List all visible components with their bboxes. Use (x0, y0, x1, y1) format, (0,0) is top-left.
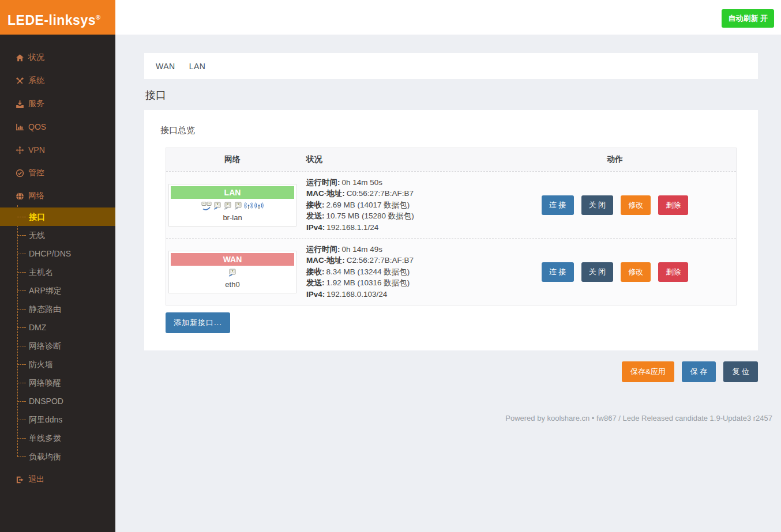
rx-label: 接收: (306, 267, 325, 276)
tx-label: 发送: (306, 278, 325, 287)
table-row-wan: WAN eth0 运行时间:0h 14m 49s MAC-地址:C2:56:27… (166, 238, 736, 305)
sidebar-item-logout[interactable]: 退出 (0, 468, 115, 491)
sidebar-item-label: QOS (28, 122, 46, 131)
wifi-icon (244, 201, 253, 210)
uptime-value: 0h 14m 49s (342, 245, 383, 254)
sidebar-item-control[interactable]: 管控 (0, 161, 115, 184)
sidebar-item-status[interactable]: 状况 (0, 46, 115, 69)
interface-table: 网络 状况 动作 LAN (166, 148, 737, 305)
page-title: 接口 (145, 88, 758, 102)
sidebar-item-services[interactable]: 服务 (0, 92, 115, 115)
panel-title: 接口总览 (160, 125, 737, 136)
device-name: br-lan (171, 212, 294, 224)
header-network: 网络 (166, 154, 299, 165)
save-button[interactable]: 保 存 (682, 361, 716, 382)
save-apply-button[interactable]: 保存&应用 (622, 361, 674, 382)
bar-chart-icon (16, 123, 27, 131)
sidebar-item-interfaces[interactable]: 接口 (0, 207, 115, 226)
main-content: WAN LAN 接口 接口总览 网络 状况 动作 LAN (115, 35, 781, 532)
sidebar-item-wireless[interactable]: 无线 (0, 226, 115, 244)
sidebar-item-label: 服务 (28, 99, 44, 109)
network-box-lan: LAN br-lan (168, 184, 296, 227)
delete-button[interactable]: 删除 (658, 195, 688, 215)
edit-button[interactable]: 修改 (621, 195, 651, 215)
rx-line: 接收:8.34 MB (13244 数据包) (306, 266, 494, 277)
circle-check-icon (16, 169, 27, 178)
status-cell: 运行时间:0h 14m 49s MAC-地址:C2:56:27:7B:AF:B7… (299, 239, 494, 305)
sidebar-item-firewall[interactable]: 防火墙 (0, 355, 115, 373)
sidebar-item-qos[interactable]: QOS (0, 115, 115, 138)
rx-label: 接收: (306, 201, 325, 209)
sidebar-item-label: 管控 (28, 168, 44, 178)
sidebar-item-label: 状况 (28, 52, 44, 63)
sidebar-item-dnspod[interactable]: DNSPOD (0, 392, 115, 410)
mac-label: MAC-地址: (306, 189, 345, 198)
sidebar-item-multiwan-dial[interactable]: 单线多拨 (0, 429, 115, 447)
shutdown-button[interactable]: 关 闭 (581, 262, 614, 282)
sidebar-item-label: 退出 (28, 474, 44, 485)
actions-cell: 连 接 关 闭 修改 删除 (494, 239, 736, 305)
wan-badge: WAN (171, 253, 294, 266)
home-icon (16, 54, 27, 62)
arrows-icon (16, 146, 27, 154)
connect-button[interactable]: 连 接 (542, 262, 574, 282)
tab-wan[interactable]: WAN (156, 62, 175, 71)
sidebar-item-label: 网络 (28, 191, 44, 201)
tab-lan[interactable]: LAN (189, 62, 206, 71)
header-actions: 动作 (494, 154, 736, 165)
sidebar-item-diagnostics[interactable]: 网络诊断 (0, 337, 115, 355)
ipv4-line: IPv4:192.168.1.1/24 (306, 222, 494, 233)
ethernet-icon (228, 268, 237, 277)
ipv4-label: IPv4: (306, 223, 325, 232)
ethernet-icon (234, 201, 243, 210)
interface-tabs: WAN LAN (144, 53, 758, 79)
sidebar-item-dhcp-dns[interactable]: DHCP/DNS (0, 244, 115, 263)
sidebar-item-vpn[interactable]: VPN (0, 138, 115, 161)
sidebar-item-arp-binding[interactable]: ARP绑定 (0, 281, 115, 300)
delete-button[interactable]: 删除 (658, 262, 688, 282)
mac-value: C0:56:27:7B:AF:B7 (347, 189, 414, 198)
auto-refresh-toggle[interactable]: 自动刷新 开 (722, 9, 774, 28)
tx-label: 发送: (306, 212, 325, 220)
top-bar: 自动刷新 开 (115, 0, 781, 35)
logout-icon (16, 476, 27, 484)
sidebar: LEDE-linksys® 状况 系统 服务 QOS (0, 0, 115, 532)
sidebar-item-wol[interactable]: 网络唤醒 (0, 373, 115, 392)
rx-value: 8.34 MB (13244 数据包) (326, 267, 410, 276)
tx-line: 发送:10.75 MB (15280 数据包) (306, 210, 494, 221)
sidebar-item-hostnames[interactable]: 主机名 (0, 263, 115, 281)
sidebar-item-network[interactable]: 网络 (0, 184, 115, 207)
lan-badge: LAN (171, 186, 294, 199)
shutdown-button[interactable]: 关 闭 (581, 195, 614, 215)
network-submenu: 接口 无线 DHCP/DNS 主机名 ARP绑定 静态路由 DMZ 网络诊断 防… (0, 207, 115, 466)
tx-value: 10.75 MB (15280 数据包) (326, 212, 414, 220)
add-interface-button[interactable]: 添加新接口... (166, 312, 230, 333)
ipv4-value: 192.168.1.1/24 (326, 223, 378, 232)
sidebar-item-dmz[interactable]: DMZ (0, 318, 115, 337)
ethernet-icon (223, 201, 232, 210)
network-cell: WAN eth0 (166, 239, 299, 305)
reset-button[interactable]: 复 位 (723, 361, 758, 382)
table-row-lan: LAN br-lan 运行时间:0h 14m 50s (166, 171, 736, 238)
wifi-icon (254, 201, 264, 210)
sidebar-item-static-routes[interactable]: 静态路由 (0, 300, 115, 318)
uptime-value: 0h 14m 50s (342, 178, 383, 187)
brand-logo: LEDE-linksys® (0, 0, 115, 35)
connect-button[interactable]: 连 接 (542, 195, 574, 215)
ethernet-icon (213, 201, 222, 210)
mac-label: MAC-地址: (306, 256, 345, 265)
network-cell: LAN br-lan (166, 172, 299, 238)
sidebar-item-load-balance[interactable]: 负载均衡 (0, 447, 115, 466)
sidebar-item-system[interactable]: 系统 (0, 69, 115, 92)
edit-button[interactable]: 修改 (621, 262, 651, 282)
sidebar-item-label: VPN (28, 145, 45, 154)
uptime-label: 运行时间: (306, 178, 340, 187)
ipv4-label: IPv4: (306, 290, 325, 299)
tx-line: 发送:1.92 MB (10316 数据包) (306, 277, 494, 288)
sidebar-item-label: 系统 (28, 76, 44, 86)
sidebar-item-aliddns[interactable]: 阿里ddns (0, 410, 115, 429)
bridge-icon (201, 201, 212, 210)
actions-cell: 连 接 关 闭 修改 删除 (494, 172, 736, 238)
mac-line: MAC-地址:C0:56:27:7B:AF:B7 (306, 188, 494, 199)
status-cell: 运行时间:0h 14m 50s MAC-地址:C0:56:27:7B:AF:B7… (299, 172, 494, 238)
